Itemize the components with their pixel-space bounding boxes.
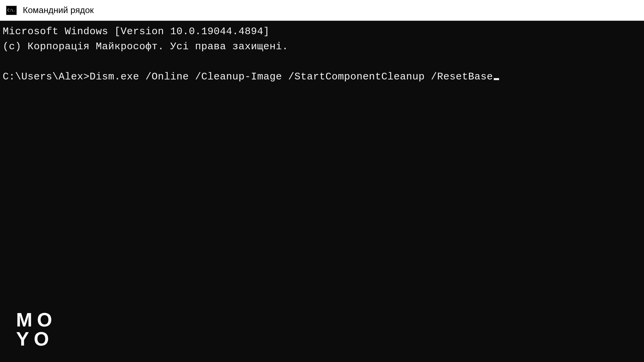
prompt-path: C:\Users\Alex> xyxy=(3,71,90,82)
cmd-icon-glyph: C:\. xyxy=(7,8,15,12)
text-cursor xyxy=(494,78,499,80)
copyright-line: (c) Корпорація Майкрософт. Усі права зах… xyxy=(3,41,288,52)
watermark-line-1: MO xyxy=(16,310,57,329)
watermark-logo: MO YO xyxy=(16,310,57,349)
terminal-output[interactable]: Microsoft Windows [Version 10.0.19044.48… xyxy=(0,21,644,362)
command-input[interactable]: Dism.exe /Online /Cleanup-Image /StartCo… xyxy=(90,71,493,82)
window-title: Командний рядок xyxy=(23,5,94,15)
cmd-icon: C:\. xyxy=(6,6,17,15)
version-line: Microsoft Windows [Version 10.0.19044.48… xyxy=(3,26,270,37)
watermark-line-2: YO xyxy=(16,329,57,349)
window-titlebar[interactable]: C:\. Командний рядок xyxy=(0,0,644,21)
